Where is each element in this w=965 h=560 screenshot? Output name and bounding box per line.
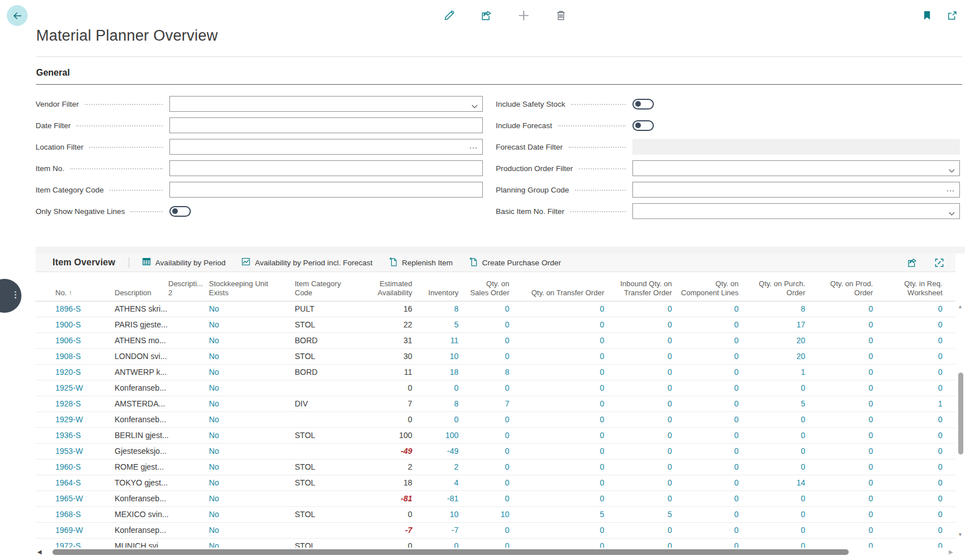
cell-qty-on-component-lines[interactable]: 0 [680,428,746,443]
cell-qty-on-prod-order[interactable]: 0 [813,412,881,427]
cell-qty-on-component-lines[interactable]: 0 [680,317,746,333]
cell-inventory[interactable]: -49 [420,444,466,459]
cell-qty-on-component-lines[interactable]: 0 [680,349,746,364]
cell-qty-on-component-lines[interactable]: 0 [680,491,746,506]
cell-inbound-qty-on-transfer-order[interactable]: 0 [612,428,680,443]
cell-qty-on-sales-order[interactable]: 0 [466,412,517,427]
assist-edit-icon[interactable]: ... [469,141,478,150]
cell-no[interactable]: 1953-W [36,444,115,459]
cell-stockkeeping-unit-exists[interactable]: No [209,317,295,333]
cell-qty-in-req-worksheet[interactable]: 1 [881,396,950,412]
cell-qty-on-component-lines[interactable]: 0 [680,444,746,459]
cell-inbound-qty-on-transfer-order[interactable]: 0 [612,523,680,538]
cell-qty-on-component-lines[interactable]: 0 [680,475,746,491]
column-header-inventory[interactable]: Inventory [420,288,466,301]
cell-qty-on-prod-order[interactable]: 0 [813,507,881,522]
cell-stockkeeping-unit-exists[interactable]: No [209,523,295,538]
cell-qty-on-transfer-order[interactable]: 0 [517,523,612,538]
cell-inventory[interactable]: 2 [420,460,466,475]
cell-stockkeeping-unit-exists[interactable]: No [209,333,295,348]
action-availability-by-period[interactable]: Availability by Period [142,257,225,268]
cell-qty-on-sales-order[interactable]: 0 [466,301,517,317]
column-header-stockkeeping-unit-exists[interactable]: Stockkeeping Unit Exists [209,279,295,301]
filter-input[interactable] [632,160,960,176]
cell-qty-on-purch-order[interactable]: 0 [746,460,813,475]
column-header-qty-on-transfer-order[interactable]: Qty. on Transfer Order [517,288,612,301]
cell-qty-on-purch-order[interactable]: 0 [746,428,813,443]
column-header-inbound-qty-on-transfer-order[interactable]: Inbound Qty. on Transfer Order [612,279,680,301]
cell-qty-on-purch-order[interactable]: 0 [746,491,813,506]
cell-qty-in-req-worksheet[interactable]: 0 [881,380,950,396]
cell-qty-on-prod-order[interactable]: 0 [813,396,881,412]
cell-no[interactable]: 1908-S [36,349,115,364]
cell-qty-on-prod-order[interactable]: 0 [813,301,881,317]
cell-qty-on-sales-order[interactable]: 0 [466,475,517,491]
cell-qty-on-purch-order[interactable]: 1 [746,365,813,380]
cell-qty-on-transfer-order[interactable]: 5 [517,507,612,522]
cell-qty-on-sales-order[interactable]: 0 [466,333,517,348]
filter-input[interactable] [169,96,483,112]
cell-inventory[interactable]: 11 [420,333,466,348]
column-header-qty-on-purch-order[interactable]: Qty. on Purch. Order [746,279,813,301]
cell-inventory[interactable]: 4 [420,475,466,491]
cell-no[interactable]: 1925-W [36,380,115,396]
cell-no[interactable]: 1920-S [36,365,115,380]
scroll-up-arrow[interactable]: ▲ [958,304,963,309]
add-button[interactable] [515,7,532,24]
cell-qty-on-transfer-order[interactable]: 0 [517,365,612,380]
cell-no[interactable]: 1969-W [36,523,115,538]
cell-qty-on-sales-order[interactable]: 0 [466,349,517,364]
cell-qty-in-req-worksheet[interactable]: 0 [881,365,950,380]
toggle-switch-off[interactable] [169,206,191,217]
scroll-down-arrow[interactable]: ▼ [958,532,963,537]
cell-no[interactable]: 1936-S [36,428,115,443]
scroll-left-arrow[interactable]: ◀ [37,549,42,555]
cell-no[interactable]: 1900-S [36,317,115,333]
open-in-new-window-button[interactable] [944,7,960,24]
cell-inventory[interactable]: 8 [420,396,466,412]
cell-inventory[interactable]: -7 [420,523,466,538]
cell-inbound-qty-on-transfer-order[interactable]: 0 [612,475,680,491]
cell-qty-on-transfer-order[interactable]: 0 [517,301,612,317]
cell-qty-on-component-lines[interactable]: 0 [680,523,746,538]
column-header-description[interactable]: Description [115,288,168,301]
cell-stockkeeping-unit-exists[interactable]: No [209,349,295,364]
cell-qty-in-req-worksheet[interactable]: 0 [881,491,950,506]
side-panel-handle[interactable]: ⋮ [0,279,21,313]
cell-inbound-qty-on-transfer-order[interactable]: 0 [612,539,680,548]
cell-qty-on-prod-order[interactable]: 0 [813,380,881,396]
cell-inbound-qty-on-transfer-order[interactable]: 0 [612,491,680,506]
cell-qty-on-transfer-order[interactable]: 0 [517,317,612,333]
column-header-qty-on-prod-order[interactable]: Qty. on Prod. Order [813,279,881,301]
cell-stockkeeping-unit-exists[interactable]: No [209,412,295,427]
cell-qty-in-req-worksheet[interactable]: 0 [881,412,950,427]
cell-qty-on-transfer-order[interactable]: 0 [517,475,612,491]
cell-qty-on-transfer-order[interactable]: 0 [517,412,612,427]
cell-inventory[interactable]: 18 [420,365,466,380]
cell-inventory[interactable]: 0 [420,380,466,396]
cell-inbound-qty-on-transfer-order[interactable]: 0 [612,365,680,380]
cell-qty-on-transfer-order[interactable]: 0 [517,380,612,396]
cell-qty-on-prod-order[interactable]: 0 [813,491,881,506]
cell-inbound-qty-on-transfer-order[interactable]: 0 [612,460,680,475]
cell-qty-on-sales-order[interactable]: 7 [466,396,517,412]
cell-no[interactable]: 1960-S [36,460,115,475]
assist-edit-icon[interactable]: ... [946,184,955,193]
cell-no[interactable]: 1896-S [36,301,115,317]
cell-qty-in-req-worksheet[interactable]: 0 [881,333,950,348]
cell-inbound-qty-on-transfer-order[interactable]: 0 [612,380,680,396]
cell-inventory[interactable]: 0 [420,412,466,427]
cell-inventory[interactable]: 100 [420,428,466,443]
cell-qty-on-prod-order[interactable]: 0 [813,444,881,459]
cell-qty-on-component-lines[interactable]: 0 [680,460,746,475]
cell-qty-on-component-lines[interactable]: 0 [680,380,746,396]
cell-inbound-qty-on-transfer-order[interactable]: 0 [612,396,680,412]
column-header-description-2[interactable]: Descripti... 2 [168,279,209,301]
action-availability-by-period-incl-forecast[interactable]: Availability by Period incl. Forecast [241,257,372,268]
cell-inbound-qty-on-transfer-order[interactable]: 5 [612,507,680,522]
cell-qty-on-purch-order[interactable]: 0 [746,412,813,427]
chevron-down-icon[interactable] [949,165,955,176]
cell-no[interactable]: 1968-S [36,507,115,522]
filter-input[interactable]: ... [169,139,483,155]
filter-input[interactable] [632,203,960,219]
